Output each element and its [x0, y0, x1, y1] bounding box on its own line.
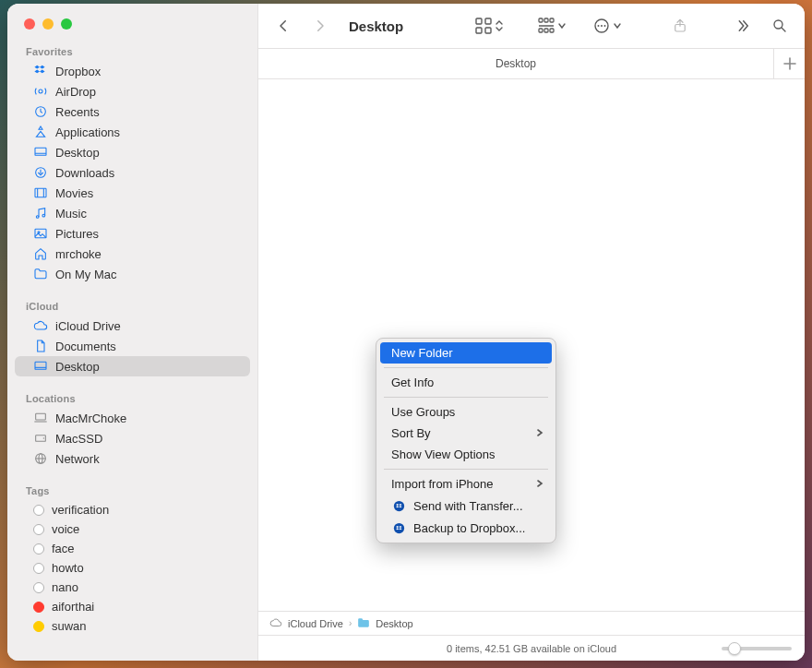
dropbox-round-icon [391, 498, 406, 513]
view-icons-button[interactable] [474, 17, 504, 35]
sidebar-item-on-my-mac[interactable]: On My Mac [15, 264, 250, 284]
menu-item-backup-to-dropbox[interactable]: Backup to Dropbox... [380, 517, 552, 539]
svg-point-43 [393, 522, 403, 532]
sidebar-item-label: Movies [55, 186, 93, 200]
tag-dot-icon [33, 621, 44, 632]
menu-item-use-groups[interactable]: Use Groups [380, 401, 552, 423]
sidebar-item-recents[interactable]: Recents [15, 101, 250, 122]
sidebar-item-dropbox[interactable]: Dropbox [15, 61, 250, 81]
folder-icon [33, 267, 48, 281]
sidebar-item-applications[interactable]: Applications [15, 122, 250, 142]
menu-item-get-info[interactable]: Get Info [380, 372, 552, 393]
sidebar-item-label: mrchoke [55, 247, 102, 261]
sidebar-item-label: nano [52, 580, 78, 594]
finder-window: Favorites DropboxAirDropRecentsApplicati… [7, 4, 805, 661]
maximize-button[interactable] [61, 18, 72, 30]
doc-icon [33, 339, 48, 353]
sidebar-item-voice[interactable]: voice [15, 519, 250, 539]
sidebar-item-label: AirDrop [55, 85, 96, 99]
sidebar-item-airdrop[interactable]: AirDrop [15, 81, 250, 101]
sidebar-item-label: MacMrChoke [55, 412, 126, 425]
new-tab-button[interactable] [773, 49, 805, 78]
svg-rect-14 [36, 413, 46, 420]
svg-rect-26 [544, 18, 548, 22]
menu-item-send-with-transfer[interactable]: Send with Transfer... [380, 495, 552, 517]
desktop-icon [33, 145, 48, 160]
sidebar-item-mrchoke[interactable]: mrchoke [15, 244, 250, 264]
window-title: Desktop [349, 18, 403, 34]
sidebar-item-network[interactable]: Network [15, 448, 250, 469]
sidebar-item-icloud-drive[interactable]: iCloud Drive [15, 316, 250, 336]
sidebar-item-movies[interactable]: Movies [15, 183, 250, 203]
svg-rect-27 [550, 18, 554, 22]
dropbox-icon [33, 64, 48, 78]
sidebar-item-label: face [52, 542, 75, 555]
icloud-list: iCloud DriveDocumentsDesktop [7, 316, 257, 376]
svg-point-8 [36, 216, 39, 219]
overflow-button[interactable] [731, 14, 755, 38]
laptop-icon [33, 411, 48, 425]
close-button[interactable] [24, 18, 35, 30]
sidebar-item-downloads[interactable]: Downloads [15, 162, 250, 183]
menu-item-sort-by[interactable]: Sort By [380, 423, 552, 444]
desktop-icon [33, 359, 48, 374]
sidebar-item-nano[interactable]: nano [15, 578, 250, 597]
path-icloud[interactable]: iCloud Drive [288, 618, 343, 629]
sidebar-item-macmrchoke[interactable]: MacMrChoke [15, 408, 250, 428]
svg-rect-29 [539, 29, 543, 32]
path-desktop[interactable]: Desktop [376, 618, 412, 629]
svg-rect-21 [476, 18, 482, 24]
music-icon [33, 206, 48, 221]
apps-icon [33, 125, 48, 139]
sidebar-item-desktop[interactable]: Desktop [15, 142, 250, 162]
search-button[interactable] [768, 14, 792, 38]
download-icon [33, 165, 48, 180]
forward-button[interactable] [308, 14, 332, 38]
slider-knob[interactable] [728, 642, 741, 655]
menu-item-show-view-options[interactable]: Show View Options [380, 444, 552, 465]
sidebar-item-label: Downloads [55, 166, 114, 180]
svg-point-34 [601, 25, 603, 27]
home-icon [33, 246, 48, 261]
menu-item-label: Sort By [391, 426, 431, 440]
tag-dot-icon [33, 524, 44, 535]
cloud-icon [269, 616, 282, 631]
svg-rect-24 [485, 28, 491, 33]
sidebar-item-aiforthai[interactable]: aiforthai [15, 597, 250, 616]
icon-size-slider[interactable] [722, 647, 792, 650]
action-menu-button[interactable] [592, 17, 622, 35]
menu-item-import-from-iphone[interactable]: Import from iPhone [380, 473, 552, 495]
back-button[interactable] [271, 14, 295, 38]
minimize-button[interactable] [42, 18, 54, 30]
airdrop-icon [33, 84, 48, 99]
svg-point-42 [393, 500, 403, 510]
section-favorites-label: Favorites [7, 39, 257, 61]
sidebar-item-label: Applications [55, 125, 120, 139]
tab-label: Desktop [496, 57, 536, 70]
tab-desktop[interactable]: Desktop [258, 49, 773, 78]
menu-item-new-folder[interactable]: New Folder [380, 342, 552, 364]
sidebar-item-music[interactable]: Music [15, 203, 250, 223]
sidebar-item-suwan[interactable]: suwan [15, 616, 250, 636]
sidebar-item-howto[interactable]: howto [15, 558, 250, 578]
sidebar-item-verification[interactable]: verification [15, 500, 250, 519]
tag-dot-icon [33, 582, 44, 593]
menu-item-label: Import from iPhone [391, 477, 494, 491]
sidebar-item-documents[interactable]: Documents [15, 336, 250, 356]
sidebar-item-macssd[interactable]: MacSSD [15, 428, 250, 448]
menu-item-label: Show View Options [391, 447, 496, 461]
sidebar-item-label: suwan [52, 619, 87, 633]
sidebar-item-pictures[interactable]: Pictures [15, 223, 250, 244]
share-button[interactable] [668, 14, 692, 38]
favorites-list: DropboxAirDropRecentsApplicationsDesktop… [7, 61, 257, 284]
group-by-button[interactable] [537, 17, 567, 35]
path-bar: iCloud Drive › Desktop [258, 611, 805, 635]
tag-dot-icon [33, 602, 44, 613]
sidebar-item-label: Network [55, 452, 100, 466]
sidebar-item-face[interactable]: face [15, 539, 250, 558]
sidebar-item-desktop[interactable]: Desktop [15, 356, 250, 376]
sidebar-item-label: Music [55, 207, 87, 221]
svg-rect-2 [35, 148, 46, 155]
sidebar-item-label: Documents [55, 340, 116, 353]
svg-rect-22 [485, 18, 491, 24]
